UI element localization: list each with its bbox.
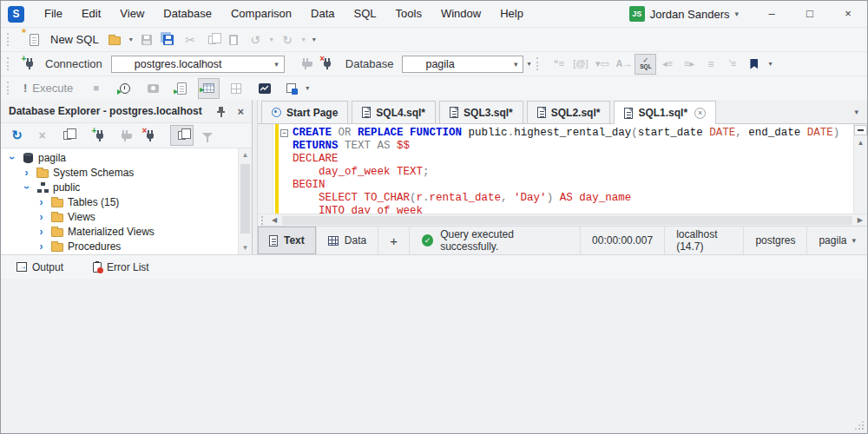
- split-editor-handle[interactable]: [854, 125, 867, 135]
- chevron-collapsed-icon[interactable]: ›: [21, 168, 32, 178]
- toolbar-grip[interactable]: [7, 82, 12, 95]
- error-list-panel-button[interactable]: Error List: [93, 261, 149, 273]
- menu-comparison[interactable]: Comparison: [221, 1, 301, 27]
- database-dropdown[interactable]: ▾: [523, 60, 534, 68]
- stop-button[interactable]: ■: [85, 78, 107, 99]
- code-line[interactable]: day_of_week TEXT;: [279, 166, 852, 179]
- validate-sql-button[interactable]: ✓ SQL: [635, 54, 656, 75]
- menu-edit[interactable]: Edit: [72, 1, 110, 27]
- menu-view[interactable]: View: [110, 1, 154, 27]
- minimize-button[interactable]: –: [753, 1, 791, 27]
- bookmark-button[interactable]: [743, 54, 765, 75]
- tab-data[interactable]: Data: [317, 227, 378, 254]
- menu-data[interactable]: Data: [301, 1, 344, 27]
- code-line[interactable]: BEGIN: [279, 179, 852, 192]
- outdent-button[interactable]: ◂≡: [656, 54, 678, 75]
- tree-item-public[interactable]: ›public: [1, 180, 252, 194]
- refresh-button[interactable]: ↻: [5, 125, 29, 146]
- tree-item-tables-15-[interactable]: ›Tables (15): [1, 194, 252, 209]
- code-line[interactable]: INTO day_of_week: [279, 205, 852, 214]
- menu-sql[interactable]: SQL: [345, 1, 386, 27]
- snapshot-button[interactable]: [142, 78, 164, 99]
- copy-button[interactable]: [201, 30, 223, 50]
- redo-dropdown[interactable]: ▾: [299, 36, 309, 43]
- connect-button[interactable]: [113, 125, 136, 146]
- new-connection-button[interactable]: +: [18, 54, 40, 75]
- new-sql-button[interactable]: * New SQL: [18, 30, 104, 50]
- chevron-expanded-icon[interactable]: ›: [7, 152, 17, 163]
- code-line[interactable]: RETURNS TEXT AS $$: [279, 140, 852, 153]
- documents-button[interactable]: [170, 125, 194, 146]
- select-block-button[interactable]: ▾▭: [591, 54, 613, 75]
- code-area[interactable]: −CREATE OR REPLACE FUNCTION public.highe…: [258, 124, 867, 214]
- history-button[interactable]: [114, 78, 135, 99]
- menu-window[interactable]: Window: [431, 1, 490, 27]
- close-button[interactable]: ×: [829, 1, 867, 27]
- chevron-collapsed-icon[interactable]: ›: [36, 197, 47, 207]
- scroll-left-icon[interactable]: ◀: [269, 216, 279, 224]
- database-selector[interactable]: pagila ▾: [806, 227, 867, 254]
- save-button[interactable]: [136, 30, 158, 50]
- scrollbar-thumb[interactable]: [240, 164, 250, 233]
- scroll-right-icon[interactable]: ▶: [855, 216, 865, 224]
- results-to-grid-button[interactable]: ▸: [198, 78, 220, 99]
- code-line[interactable]: SELECT TO_CHAR(r.rental_date, 'Day') AS …: [279, 192, 852, 205]
- word-case-button[interactable]: A→: [613, 54, 635, 75]
- pin-icon[interactable]: [217, 106, 225, 117]
- tab-close-icon[interactable]: ×: [694, 108, 706, 119]
- close-panel-button[interactable]: ×: [237, 106, 244, 117]
- disconnect-plug-button[interactable]: ×: [138, 125, 161, 146]
- add-result-tab-button[interactable]: +: [378, 227, 410, 254]
- fold-collapse-icon[interactable]: −: [280, 129, 288, 137]
- tree-item-procedures[interactable]: ›Procedures: [1, 239, 252, 253]
- open-file-button[interactable]: [104, 30, 126, 50]
- connection-select[interactable]: postgres.localhost ▾: [111, 56, 285, 73]
- save-all-button[interactable]: [158, 30, 180, 50]
- layout-button[interactable]: [225, 78, 247, 99]
- editor-tab-sql3-sql-[interactable]: SQL3.sql*: [439, 101, 523, 123]
- toolbar-overflow-dropdown[interactable]: ▾: [765, 60, 775, 68]
- menu-tools[interactable]: Tools: [386, 1, 431, 27]
- menu-help[interactable]: Help: [490, 1, 533, 27]
- tree-item-pagila[interactable]: ›pagila: [1, 150, 252, 165]
- user-menu[interactable]: JS Jordan Sanders ▾: [629, 6, 739, 22]
- disconnect-button[interactable]: ×: [30, 125, 54, 146]
- chevron-expanded-icon[interactable]: ›: [22, 181, 32, 193]
- output-panel-button[interactable]: Output: [16, 261, 63, 273]
- toolbar-overflow-dropdown[interactable]: ▾: [309, 36, 319, 43]
- toolbar-grip[interactable]: [536, 57, 542, 70]
- duplicate-window-button[interactable]: [56, 125, 79, 146]
- execute-button[interactable]: ! Execute: [18, 78, 78, 99]
- scroll-down-icon[interactable]: ▼: [242, 244, 249, 252]
- indent-button[interactable]: ≡▸: [678, 54, 700, 75]
- toolbar-grip[interactable]: [7, 57, 12, 70]
- chevron-collapsed-icon[interactable]: ›: [36, 212, 47, 222]
- editor-tab-start-page[interactable]: Start Page: [261, 101, 348, 123]
- chevron-collapsed-icon[interactable]: ›: [36, 227, 47, 237]
- hsplit-handle[interactable]: [261, 216, 266, 225]
- tree-item-views[interactable]: ›Views: [1, 209, 252, 224]
- export-button[interactable]: [280, 78, 302, 99]
- tab-list-dropdown[interactable]: ▾: [854, 108, 858, 116]
- editor-horizontal-scrollbar[interactable]: ◀ ▶: [258, 214, 867, 226]
- connect-button[interactable]: [295, 54, 317, 75]
- find-parameter-button[interactable]: [@]: [569, 54, 591, 75]
- results-to-text-button[interactable]: ▸: [171, 78, 193, 99]
- chart-button[interactable]: [253, 78, 275, 99]
- scroll-up-icon[interactable]: ▲: [242, 151, 249, 159]
- chevron-collapsed-icon[interactable]: ›: [36, 241, 47, 252]
- database-select[interactable]: pagila ▾: [402, 56, 523, 73]
- scrollbar-thumb[interactable]: [282, 216, 852, 225]
- tree-item-materialized-views[interactable]: ›Materialized Views: [1, 224, 252, 239]
- tab-text[interactable]: Text: [258, 227, 317, 254]
- redo-button[interactable]: ↻: [277, 30, 299, 50]
- tree-scrollbar[interactable]: ▲ ▼: [238, 148, 252, 254]
- undo-dropdown[interactable]: ▾: [266, 36, 277, 43]
- cut-button[interactable]: ✂: [180, 30, 201, 50]
- editor-tab-sql4-sql-[interactable]: SQL4.sql*: [352, 101, 436, 123]
- menu-file[interactable]: File: [35, 1, 72, 27]
- new-connection-button[interactable]: +: [88, 125, 111, 146]
- format-indent-button[interactable]: ≡: [700, 54, 721, 75]
- toolbar-grip[interactable]: [7, 33, 12, 46]
- filter-button[interactable]: [195, 125, 219, 146]
